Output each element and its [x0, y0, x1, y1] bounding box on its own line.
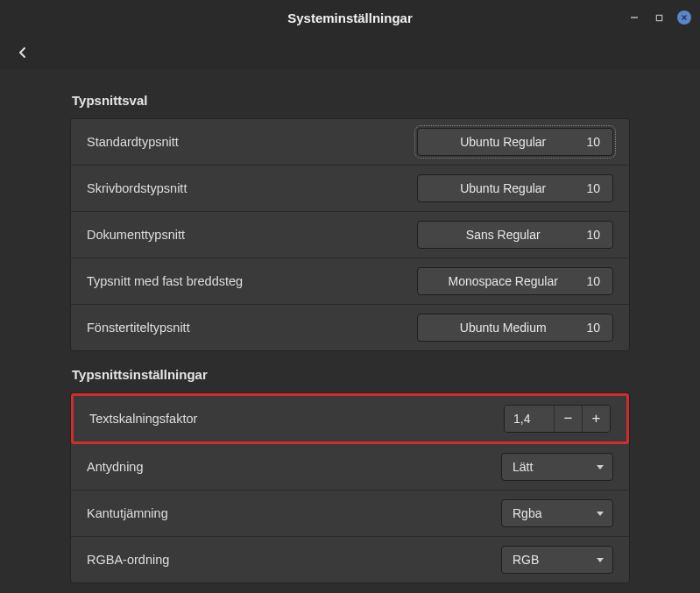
rgba-order-select[interactable]: RGB: [501, 546, 613, 574]
row-label: Fönstertiteltypsnitt: [87, 321, 190, 335]
section-title-fonts: Typsnittsval: [72, 93, 630, 108]
font-name: Ubuntu Medium: [430, 321, 576, 335]
font-size: 10: [586, 274, 600, 288]
row-monospace-font: Typsnitt med fast breddsteg Monospace Re…: [71, 258, 629, 305]
font-name: Ubuntu Regular: [430, 135, 576, 149]
increment-button[interactable]: +: [582, 406, 610, 432]
titlebar: Systeminställningar: [0, 0, 700, 35]
row-label: Typsnitt med fast breddsteg: [87, 274, 243, 288]
row-label: Standardtypsnitt: [87, 135, 179, 149]
text-scaling-spinner: − +: [504, 405, 611, 433]
plus-icon: +: [592, 410, 601, 427]
back-button[interactable]: [12, 42, 33, 63]
row-document-font: Dokumenttypsnitt Sans Regular 10: [71, 212, 629, 258]
row-desktop-font: Skrivbordstypsnitt Ubuntu Regular 10: [71, 166, 629, 212]
row-titlebar-font: Fönstertiteltypsnitt Ubuntu Medium 10: [71, 305, 629, 350]
chevron-down-icon: [597, 512, 604, 516]
toolbar: [0, 35, 700, 70]
font-name: Monospace Regular: [430, 274, 576, 288]
minus-icon: −: [564, 410, 573, 427]
svg-rect-1: [656, 15, 661, 20]
font-size: 10: [586, 135, 600, 149]
row-label: Textskalningsfaktor: [89, 412, 197, 426]
font-picker-titlebar[interactable]: Ubuntu Medium 10: [417, 314, 613, 342]
antialiasing-select[interactable]: Rgba: [501, 499, 613, 527]
minimize-button[interactable]: [628, 11, 640, 24]
font-picker-desktop[interactable]: Ubuntu Regular 10: [417, 174, 613, 202]
window-controls: [628, 0, 691, 35]
font-size: 10: [586, 181, 600, 195]
decrement-button[interactable]: −: [554, 406, 582, 432]
row-label: Skrivbordstypsnitt: [87, 181, 187, 195]
content-area: Typsnittsval Standardtypsnitt Ubuntu Reg…: [0, 70, 700, 583]
section-title-settings: Typsnittsinställningar: [72, 367, 630, 382]
row-label: Antydning: [87, 460, 144, 474]
font-picker-document[interactable]: Sans Regular 10: [417, 221, 613, 249]
close-button[interactable]: [677, 11, 691, 25]
select-value: Rgba: [513, 506, 541, 520]
row-rgba-order: RGBA-ordning RGB: [71, 537, 629, 582]
font-picker-monospace[interactable]: Monospace Regular 10: [417, 267, 613, 295]
font-size: 10: [586, 321, 600, 335]
row-label: Dokumenttypsnitt: [87, 228, 185, 242]
font-selection-list: Standardtypsnitt Ubuntu Regular 10 Skriv…: [70, 118, 630, 351]
font-size: 10: [586, 228, 600, 242]
window-title: Systeminställningar: [287, 11, 413, 25]
select-value: RGB: [513, 553, 539, 567]
select-value: Lätt: [513, 460, 533, 474]
row-label: Kantutjämning: [87, 506, 168, 520]
row-text-scaling: Textskalningsfaktor − +: [71, 393, 629, 444]
chevron-down-icon: [597, 465, 604, 469]
font-name: Sans Regular: [430, 228, 576, 242]
font-name: Ubuntu Regular: [430, 181, 576, 195]
row-standard-font: Standardtypsnitt Ubuntu Regular 10: [71, 119, 629, 166]
row-antialiasing: Kantutjämning Rgba: [71, 491, 629, 537]
row-label: RGBA-ordning: [87, 553, 169, 567]
font-settings-list: Textskalningsfaktor − + Antydning Lätt K…: [70, 392, 630, 583]
row-hinting: Antydning Lätt: [71, 444, 629, 491]
hinting-select[interactable]: Lätt: [501, 453, 613, 481]
chevron-down-icon: [597, 558, 604, 562]
maximize-button[interactable]: [653, 11, 665, 24]
font-picker-standard[interactable]: Ubuntu Regular 10: [417, 128, 613, 156]
text-scaling-input[interactable]: [505, 406, 554, 432]
